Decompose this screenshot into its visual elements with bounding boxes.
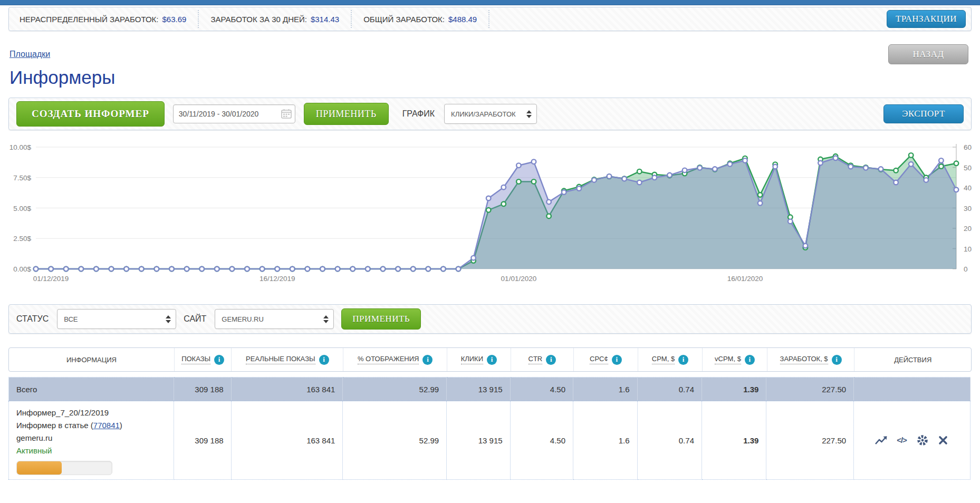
info-icon[interactable]: i bbox=[422, 355, 433, 365]
column-header[interactable]: ЗАРАБОТОК, $i bbox=[767, 348, 854, 371]
export-button[interactable]: ЭКСПОРТ bbox=[883, 104, 964, 123]
data-point[interactable] bbox=[411, 267, 416, 272]
data-point[interactable] bbox=[879, 167, 883, 171]
data-point[interactable] bbox=[562, 190, 566, 195]
breadcrumb-link-platforms[interactable]: Площадки bbox=[9, 50, 50, 59]
data-point[interactable] bbox=[366, 267, 370, 272]
data-point[interactable] bbox=[169, 267, 174, 272]
column-header[interactable]: vCPM, $i bbox=[703, 348, 767, 371]
data-point[interactable] bbox=[758, 192, 763, 197]
data-point[interactable] bbox=[396, 267, 400, 272]
gear-icon[interactable] bbox=[916, 434, 929, 447]
data-point[interactable] bbox=[441, 267, 446, 272]
column-header[interactable]: CPM, $i bbox=[638, 348, 703, 371]
data-point[interactable] bbox=[34, 267, 39, 272]
apply-filter-button[interactable]: ПРИМЕНИТЬ bbox=[341, 308, 421, 330]
data-point[interactable] bbox=[260, 267, 265, 272]
data-point[interactable] bbox=[124, 267, 129, 272]
info-icon[interactable]: i bbox=[678, 355, 688, 365]
data-point[interactable] bbox=[516, 179, 521, 184]
data-point[interactable] bbox=[607, 174, 612, 179]
info-icon[interactable]: i bbox=[612, 355, 622, 365]
data-point[interactable] bbox=[697, 166, 702, 170]
data-point[interactable] bbox=[849, 165, 853, 169]
graph-type-select[interactable]: КЛИКИ/ЗАРАБОТОК bbox=[444, 104, 537, 124]
create-informer-button[interactable]: СОЗДАТЬ ИНФОРМЕР bbox=[16, 101, 165, 127]
data-point[interactable] bbox=[185, 267, 189, 272]
data-point[interactable] bbox=[275, 267, 280, 272]
data-point[interactable] bbox=[637, 180, 642, 185]
data-point[interactable] bbox=[546, 200, 551, 205]
data-point[interactable] bbox=[954, 161, 959, 166]
data-point[interactable] bbox=[909, 162, 914, 167]
data-point[interactable] bbox=[486, 208, 491, 212]
data-point[interactable] bbox=[773, 165, 777, 169]
data-point[interactable] bbox=[924, 178, 929, 182]
data-point[interactable] bbox=[290, 267, 295, 272]
data-point[interactable] bbox=[909, 153, 914, 158]
data-point[interactable] bbox=[471, 256, 476, 260]
data-point[interactable] bbox=[683, 168, 687, 173]
column-header[interactable]: ПОКАЗЫi bbox=[174, 348, 231, 371]
data-point[interactable] bbox=[215, 267, 219, 272]
data-point[interactable] bbox=[456, 267, 461, 272]
data-point[interactable] bbox=[577, 186, 582, 191]
data-point[interactable] bbox=[667, 173, 672, 178]
data-point[interactable] bbox=[305, 267, 310, 272]
column-header[interactable]: КЛИКИi bbox=[447, 348, 511, 371]
data-point[interactable] bbox=[139, 267, 144, 272]
column-header[interactable]: РЕАЛЬНЫЕ ПОКАЗЫi bbox=[232, 348, 343, 371]
code-icon[interactable]: </> bbox=[895, 434, 909, 447]
data-point[interactable] bbox=[426, 267, 431, 272]
data-point[interactable] bbox=[833, 156, 838, 161]
data-point[interactable] bbox=[79, 267, 84, 272]
data-point[interactable] bbox=[381, 267, 386, 272]
data-point[interactable] bbox=[893, 168, 898, 173]
info-icon[interactable]: i bbox=[214, 355, 224, 365]
data-point[interactable] bbox=[335, 267, 340, 272]
data-point[interactable] bbox=[94, 267, 99, 272]
data-point[interactable] bbox=[893, 180, 898, 185]
data-point[interactable] bbox=[516, 163, 521, 168]
data-point[interactable] bbox=[758, 201, 763, 206]
apply-date-button[interactable]: ПРИМЕНИТЬ bbox=[304, 103, 389, 125]
statistics-icon[interactable] bbox=[875, 434, 888, 447]
data-point[interactable] bbox=[49, 267, 53, 272]
data-point[interactable] bbox=[502, 185, 506, 190]
data-point[interactable] bbox=[713, 167, 717, 171]
transactions-button[interactable]: ТРАНЗАКЦИИ bbox=[887, 10, 966, 28]
data-point[interactable] bbox=[939, 158, 944, 163]
info-icon[interactable]: i bbox=[546, 355, 556, 365]
data-point[interactable] bbox=[818, 161, 823, 166]
data-point[interactable] bbox=[199, 267, 204, 272]
date-range-input[interactable] bbox=[173, 104, 295, 123]
data-point[interactable] bbox=[592, 178, 597, 182]
data-point[interactable] bbox=[939, 164, 944, 169]
data-point[interactable] bbox=[155, 267, 159, 272]
column-header[interactable]: CTRi bbox=[511, 348, 574, 371]
status-select[interactable]: ВСЕ bbox=[57, 309, 176, 329]
data-point[interactable] bbox=[728, 162, 733, 167]
site-select[interactable]: GEMERU.RU bbox=[215, 309, 334, 329]
info-icon[interactable]: i bbox=[832, 355, 842, 365]
column-header[interactable]: % ОТОБРАЖЕНИЯi bbox=[343, 348, 447, 371]
data-point[interactable] bbox=[502, 202, 506, 207]
data-point[interactable] bbox=[486, 196, 491, 201]
data-point[interactable] bbox=[350, 267, 355, 272]
close-icon[interactable] bbox=[936, 434, 950, 447]
data-point[interactable] bbox=[652, 176, 657, 180]
info-icon[interactable]: i bbox=[487, 355, 497, 365]
back-button[interactable]: НАЗАД bbox=[888, 44, 968, 64]
data-point[interactable] bbox=[637, 169, 642, 174]
data-point[interactable] bbox=[788, 219, 793, 224]
data-point[interactable] bbox=[245, 267, 249, 272]
data-point[interactable] bbox=[803, 244, 808, 248]
info-icon[interactable]: i bbox=[319, 355, 329, 365]
data-point[interactable] bbox=[109, 267, 114, 272]
data-point[interactable] bbox=[743, 158, 747, 163]
data-point[interactable] bbox=[320, 267, 325, 272]
data-point[interactable] bbox=[954, 188, 959, 192]
column-header[interactable]: CPC¢i bbox=[574, 348, 638, 371]
data-point[interactable] bbox=[532, 179, 536, 184]
data-point[interactable] bbox=[622, 177, 627, 181]
